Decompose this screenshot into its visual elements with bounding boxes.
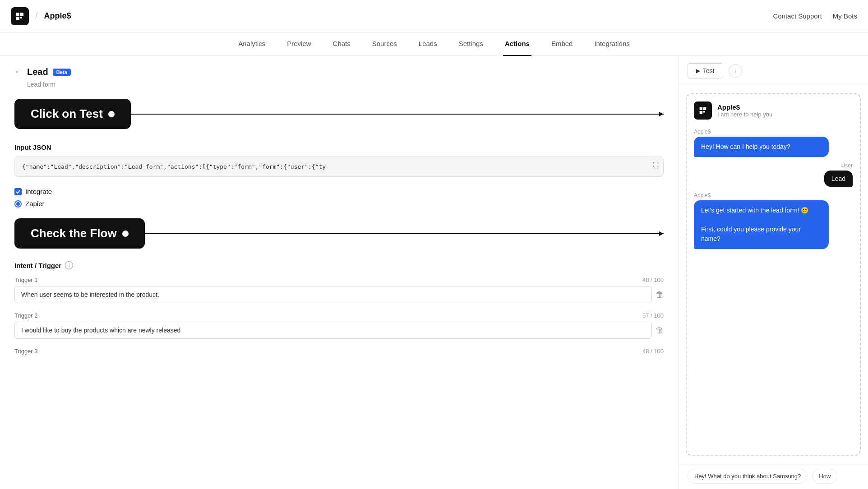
trigger-1-delete-icon[interactable]: 🗑	[656, 290, 664, 300]
trigger-2-header: Trigger 2 57 / 100	[14, 312, 664, 319]
breadcrumb-subtitle: Lead form	[27, 81, 664, 88]
header: / Apple$ Contact Support My Bots	[0, 0, 868, 32]
intent-label: Intent / Trigger	[14, 262, 61, 269]
main-layout: ← Lead Beta Lead form Click on Test Inpu…	[0, 56, 868, 489]
chat-message-1: Apple$ Hey! How can I help you today?	[694, 129, 853, 157]
callout-flow-label: Check the Flow	[31, 226, 117, 240]
callout-flow-box: Check the Flow	[14, 218, 145, 249]
zapier-row[interactable]: Zapier	[14, 200, 664, 208]
chat-logo-icon	[698, 106, 708, 115]
callout-flow-dot	[122, 231, 129, 237]
trigger-1-header: Trigger 1 48 / 100	[14, 277, 664, 283]
suggestion-bar: Hey! What do you think about Samsung? Ho…	[679, 463, 868, 489]
nav-item-analytics[interactable]: Analytics	[236, 32, 267, 56]
chat-preview: Apple$ I am here to help you Apple$ Hey!…	[686, 93, 861, 456]
suggestion-chip-2[interactable]: How	[812, 469, 837, 484]
main-nav: Analytics Preview Chats Sources Leads Se…	[0, 32, 868, 56]
json-value: {"name":"Lead","description":"Lead form"…	[22, 163, 326, 170]
chat-bubble-2: Lead	[824, 171, 853, 187]
callout-test-wrapper: Click on Test	[14, 99, 664, 129]
logo-box	[11, 7, 29, 25]
callout-flow-wrapper: Check the Flow	[14, 218, 664, 249]
app-name: Apple$	[44, 11, 71, 21]
nav-item-settings[interactable]: Settings	[457, 32, 485, 56]
header-left: / Apple$	[11, 7, 71, 25]
trigger-3-name: Trigger 3	[14, 348, 38, 355]
chat-sender-3: Apple$	[694, 192, 853, 198]
breadcrumb: ← Lead Beta	[14, 67, 664, 77]
trigger-1-count: 48 / 100	[642, 277, 664, 283]
nav-item-actions[interactable]: Actions	[503, 32, 531, 56]
arrow-test	[659, 112, 664, 116]
integrate-label: Integrate	[25, 188, 52, 195]
chat-sender-1: Apple$	[694, 129, 853, 135]
test-button-label: Test	[703, 67, 715, 74]
input-json-label: Input JSON	[14, 143, 664, 151]
json-box: {"name":"Lead","description":"Lead form"…	[14, 157, 664, 177]
arrow-flow	[659, 231, 664, 236]
chat-avatar	[694, 101, 712, 120]
test-button[interactable]: ▶ Test	[688, 63, 723, 78]
trigger-1-input[interactable]	[14, 286, 652, 303]
trigger-1-block: Trigger 1 48 / 100 🗑	[14, 277, 664, 303]
trigger-3-block: Trigger 3 48 / 100	[14, 348, 664, 355]
trigger-2-count: 57 / 100	[642, 312, 664, 319]
back-button[interactable]: ←	[14, 67, 23, 77]
logo-icon	[14, 11, 25, 22]
trigger-2-input-row: 🗑	[14, 322, 664, 339]
intent-info-icon[interactable]: i	[65, 261, 73, 269]
chat-bot-info: Apple$ I am here to help you	[717, 103, 772, 118]
callout-test-label: Click on Test	[31, 107, 103, 121]
header-slash: /	[35, 11, 38, 21]
nav-item-leads[interactable]: Leads	[417, 32, 439, 56]
chat-message-2: User Lead	[694, 162, 853, 187]
nav-item-preview[interactable]: Preview	[285, 32, 313, 56]
chat-bubble-3: Let's get started with the lead form! 😊 …	[694, 200, 829, 249]
nav-item-embed[interactable]: Embed	[549, 32, 575, 56]
integrate-checkbox[interactable]	[14, 188, 22, 195]
trigger-3-count: 48 / 100	[642, 348, 664, 355]
contact-support-link[interactable]: Contact Support	[773, 12, 822, 20]
chat-bot-header: Apple$ I am here to help you	[694, 101, 853, 120]
trigger-2-delete-icon[interactable]: 🗑	[656, 326, 664, 335]
integrate-row[interactable]: Integrate	[14, 188, 664, 195]
left-panel: ← Lead Beta Lead form Click on Test Inpu…	[0, 56, 679, 489]
page-title: Lead	[27, 67, 48, 77]
chat-sender-2: User	[841, 162, 853, 169]
intent-trigger-row: Intent / Trigger i	[14, 261, 664, 269]
suggestion-chip-1[interactable]: Hey! What do you think about Samsung?	[688, 469, 808, 484]
trigger-2-name: Trigger 2	[14, 312, 38, 319]
trigger-2-block: Trigger 2 57 / 100 🗑	[14, 312, 664, 339]
chat-bot-name: Apple$	[717, 103, 772, 111]
beta-badge: Beta	[53, 69, 71, 76]
callout-test-box: Click on Test	[14, 99, 131, 129]
test-bar: ▶ Test i	[679, 56, 868, 86]
connector-line-test	[131, 114, 664, 115]
callout-test-dot	[108, 111, 115, 117]
trigger-3-header: Trigger 3 48 / 100	[14, 348, 664, 355]
test-info-button[interactable]: i	[729, 64, 742, 78]
header-right: Contact Support My Bots	[773, 12, 857, 20]
trigger-1-input-row: 🗑	[14, 286, 664, 303]
nav-item-integrations[interactable]: Integrations	[592, 32, 631, 56]
connector-line-flow	[145, 233, 664, 234]
zapier-radio[interactable]	[14, 200, 22, 208]
my-bots-link[interactable]: My Bots	[833, 12, 857, 20]
chat-bot-subtitle: I am here to help you	[717, 111, 772, 118]
zapier-label: Zapier	[25, 200, 45, 208]
chat-bubble-1: Hey! How can I help you today?	[694, 137, 829, 157]
trigger-2-input[interactable]	[14, 322, 652, 339]
nav-item-sources[interactable]: Sources	[370, 32, 399, 56]
json-expand-icon[interactable]: ⛶	[653, 161, 659, 168]
right-panel: ▶ Test i Apple$ I am here to help you	[679, 56, 868, 489]
trigger-1-name: Trigger 1	[14, 277, 38, 283]
chat-message-3: Apple$ Let's get started with the lead f…	[694, 192, 853, 249]
nav-item-chats[interactable]: Chats	[331, 32, 352, 56]
play-icon: ▶	[696, 68, 700, 74]
